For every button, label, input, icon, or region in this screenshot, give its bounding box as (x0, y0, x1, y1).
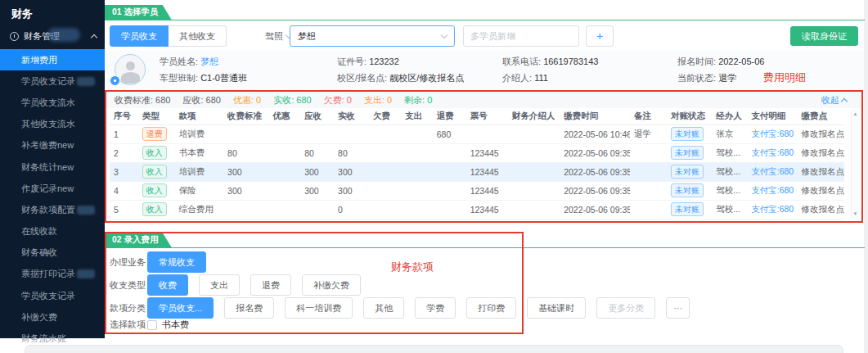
sidebar-group-finance-manage[interactable]: 财务管理 (0, 25, 105, 48)
sidebar-item[interactable]: 补考缴费new (0, 135, 105, 156)
table-cell: 123445 (466, 143, 508, 162)
student-name-link[interactable]: 梦想 (200, 57, 218, 66)
clock-icon (10, 32, 19, 41)
cell-type: 收入 (138, 200, 175, 219)
table-row[interactable]: 2收入书本费8080801234452022-05-06 09:35未对账驾校.… (110, 143, 844, 162)
option-button[interactable]: 其他 (363, 297, 404, 319)
row-type-tag: 收入 (142, 165, 167, 179)
sidebar-item[interactable]: 财务款项配置 (0, 199, 105, 220)
table-row[interactable]: 3收入培训费3003003001234452022-05-06 09:35未对账… (110, 162, 844, 181)
table-row[interactable]: 5收入综合费用01234452022-05-06 09:35未对账驾校...支付… (110, 200, 844, 219)
avatar-edit-badge[interactable] (110, 75, 120, 86)
redaction-blur (77, 269, 95, 278)
table-cell (401, 124, 433, 143)
book-fee-checkbox-label: 书本费 (162, 319, 189, 331)
column-header: 应收 (300, 108, 334, 124)
student-select[interactable]: 梦想 (290, 25, 455, 47)
table-cell (508, 124, 560, 143)
id-value: 123232 (369, 57, 399, 66)
license-filter[interactable]: 驾照 (265, 30, 291, 43)
multi-student-input[interactable] (463, 25, 579, 47)
sidebar-item-label: 财务款项配置 (21, 204, 75, 216)
option-button[interactable]: 科一培训费 (285, 297, 353, 319)
fee-summary-bar: 收费标准: 680应收: 680优惠: 0实收: 680欠费: 0支出: 0剩余… (106, 92, 861, 108)
column-header: 对账状态 (667, 108, 712, 124)
summary-item: 支出: 0 (364, 94, 392, 106)
sidebar-item[interactable]: 学员收支记录 (0, 285, 105, 306)
sidebar-item[interactable]: 票据打印记录 (0, 264, 105, 285)
reconcile-status-tag: 未对账 (671, 165, 704, 179)
collapse-link[interactable]: 收起 (821, 94, 847, 106)
redaction-blur (77, 206, 95, 215)
chevron-up-icon (841, 97, 848, 104)
payment-detail-link[interactable]: 支付宝:680 (751, 204, 794, 214)
table-cell: 修改报名点 (798, 200, 844, 219)
avatar-person-icon (126, 61, 135, 70)
sidebar-item[interactable]: 补缴欠费 (0, 306, 105, 328)
cell-payment-detail: 支付宝:680 (747, 181, 797, 200)
table-cell (630, 162, 667, 181)
page-scrollbar[interactable] (864, 0, 868, 353)
table-cell: 修改报名点 (798, 162, 844, 181)
scroll-up-icon[interactable]: ▲ (853, 111, 858, 116)
sidebar-item[interactable]: 学员收支流水 (0, 92, 105, 113)
payment-detail-link[interactable]: 支付宝:680 (751, 147, 794, 157)
fee-type-toggle-button[interactable]: 学员收支 (110, 25, 169, 47)
scroll-down-icon[interactable]: ▼ (853, 211, 858, 216)
cell-payment-detail: 支付宝:680 (747, 124, 797, 143)
option-button[interactable]: 收费 (147, 274, 188, 296)
option-button[interactable]: 基础课时 (527, 297, 586, 319)
payment-detail-link[interactable]: 支付宝:680 (751, 166, 794, 176)
table-cell: 驾校... (712, 162, 747, 181)
summary-item: 收费标准: 680 (115, 94, 170, 106)
table-cell: 修改报名点 (798, 124, 844, 143)
sidebar-item[interactable]: 财务统计new (0, 156, 105, 178)
table-cell (508, 181, 560, 200)
entry-rows: 办理业务常规收支收支类型收费支出退费补缴欠费款项分类学员收支...报名费科一培训… (110, 251, 690, 320)
option-button[interactable]: 补缴欠费 (302, 274, 361, 296)
sidebar-item[interactable]: 其他收支流水 (0, 114, 105, 135)
sidebar-item[interactable]: 作废记录new (0, 178, 105, 199)
fee-type-toggle-button[interactable]: 其他收支 (169, 25, 227, 47)
table-row[interactable]: 4收入保险3003003001234452022-05-06 09:35未对账驾… (110, 181, 844, 200)
sidebar-item[interactable]: 财务确收 (0, 242, 105, 264)
cell-type: 收入 (138, 181, 175, 200)
column-header: 支出 (401, 108, 433, 124)
field-label: 款项分类 (110, 302, 147, 315)
tab-enter-fee-label: 02 录入费用 (112, 234, 159, 246)
table-row[interactable]: 1退费培训费6802022-05-06 10:46退学未对账张京支付宝:680修… (110, 124, 844, 143)
column-header: 经办人 (712, 108, 747, 124)
column-header: 退费 (433, 108, 466, 124)
sidebar-item[interactable]: 在线收款 (0, 221, 105, 242)
book-fee-checkbox[interactable] (147, 320, 157, 330)
reconcile-status-tag: 未对账 (671, 202, 704, 216)
option-button[interactable]: 学员收支... (147, 297, 214, 319)
option-button[interactable]: 更多分类 (596, 297, 655, 319)
column-header: 备注 (630, 108, 667, 124)
student-info-col2: 证件号: 123232 校区/报名点: 靓校区/修改报名点 (337, 53, 464, 86)
entry-row: 收支类型收费支出退费补缴欠费 (110, 274, 690, 296)
add-student-button[interactable]: + (586, 25, 614, 47)
payment-detail-link[interactable]: 支付宝:680 (751, 129, 794, 138)
table-scrollbar[interactable]: ▲ ▼ (851, 110, 859, 218)
option-button[interactable]: 学费 (415, 297, 456, 319)
sidebar-item[interactable]: 财务流水账 (0, 328, 105, 349)
payment-detail-link[interactable]: 支付宝:680 (751, 185, 794, 195)
section02-divider (105, 247, 865, 248)
option-button[interactable]: 支出 (199, 274, 240, 296)
option-button[interactable]: 报名费 (224, 297, 274, 319)
more-categories-button[interactable]: ··· (666, 297, 690, 319)
table-cell: 张京 (712, 124, 747, 143)
field-label: 收支类型 (110, 279, 147, 292)
table-cell: 培训费 (175, 162, 223, 181)
sidebar-item-label: 财务流水账 (21, 333, 66, 345)
reconcile-status-tag: 未对账 (671, 127, 704, 141)
option-button[interactable]: 打印费 (466, 297, 516, 319)
option-button[interactable]: 退费 (250, 274, 291, 296)
table-cell (433, 200, 466, 219)
sidebar-item[interactable]: 学员收支记录 (0, 70, 105, 92)
cell-payment-detail: 支付宝:680 (747, 162, 797, 181)
sidebar-item[interactable]: 新增费用 (0, 49, 105, 70)
option-button[interactable]: 常规收支 (147, 251, 206, 273)
read-id-card-button[interactable]: 读取身份证 (790, 26, 858, 46)
